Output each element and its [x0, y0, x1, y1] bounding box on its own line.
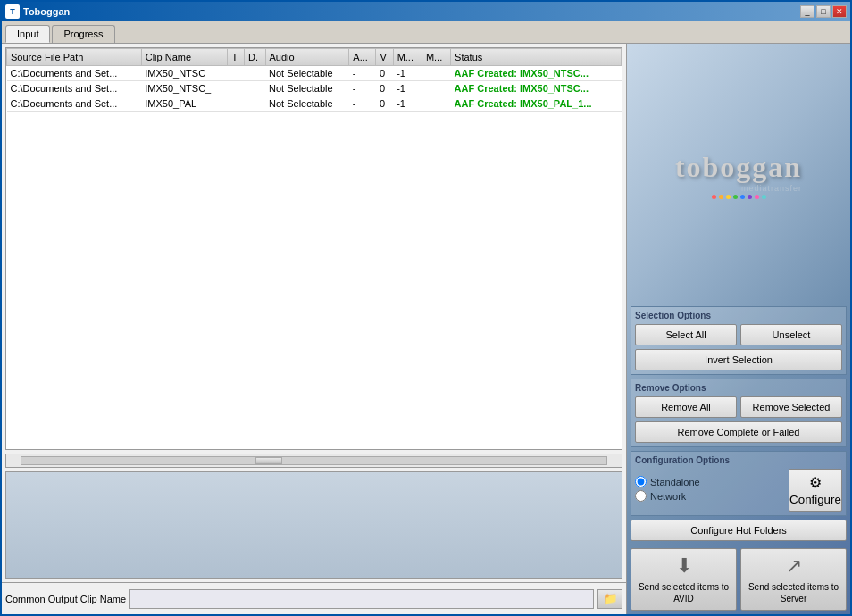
main-content: Source File Path Clip Name T D. Audio A.…: [2, 44, 850, 614]
cell-v: 0: [376, 96, 393, 112]
remove-selected-button[interactable]: Remove Selected: [740, 396, 842, 418]
cell-a: -: [349, 66, 376, 81]
cell-m2: [422, 81, 450, 96]
configuration-options-group: Configuration Options Standalone Network: [631, 451, 847, 516]
send-avid-button[interactable]: ⬇ Send selected items to AVID: [631, 548, 737, 611]
window-controls: _ □ ✕: [800, 5, 847, 18]
scroll-thumb[interactable]: [255, 457, 282, 464]
invert-selection-button[interactable]: Invert Selection: [635, 349, 842, 370]
hot-folders-row: Configure Hot Folders: [631, 520, 847, 541]
dot-2: [719, 195, 723, 199]
tab-bar: Input Progress: [2, 21, 850, 44]
file-table-container[interactable]: Source File Path Clip Name T D. Audio A.…: [5, 47, 622, 450]
cell-m2: [422, 66, 450, 81]
folder-icon: 📁: [603, 592, 618, 605]
minimize-button[interactable]: _: [800, 5, 814, 18]
selection-options-group: Selection Options Select All Unselect In…: [631, 306, 847, 375]
table-row[interactable]: C:\Documents and Set... IMX50_NTSC_ Not …: [7, 81, 622, 96]
dot-4: [733, 195, 738, 199]
selection-options-title: Selection Options: [635, 311, 842, 320]
cell-clip: IMX50_NTSC_: [141, 81, 228, 96]
remove-btn-row-2: Remove Complete or Failed: [635, 421, 842, 443]
app-icon: T: [5, 4, 20, 19]
cell-audio: Not Selectable: [265, 66, 349, 81]
col-source[interactable]: Source File Path: [7, 49, 142, 66]
table-row[interactable]: C:\Documents and Set... IMX50_NTSC Not S…: [7, 66, 622, 81]
cell-source: C:\Documents and Set...: [7, 96, 142, 112]
file-table: Source File Path Clip Name T D. Audio A.…: [6, 48, 622, 112]
scroll-track: [21, 456, 607, 465]
standalone-label: Standalone: [650, 477, 700, 487]
configure-icon: ⚙: [809, 474, 822, 491]
cell-m2: [422, 96, 450, 112]
col-t[interactable]: T: [228, 49, 245, 66]
dot-6: [748, 195, 752, 199]
col-status[interactable]: Status: [451, 49, 622, 66]
configure-btn-label: Configure: [789, 493, 841, 506]
right-panel: toboggan mediatransfer Se: [627, 44, 850, 614]
dot-5: [740, 195, 745, 199]
send-server-label: Send selected items to Server: [745, 581, 842, 604]
log-area: [5, 471, 622, 579]
clip-name-browse-button[interactable]: 📁: [597, 589, 622, 609]
send-row: ⬇ Send selected items to AVID ↗ Send sel…: [631, 548, 847, 611]
cell-a: -: [349, 96, 376, 112]
configure-row: Standalone Network ⚙ Configure: [635, 469, 842, 512]
dot-8: [762, 195, 766, 199]
cell-a: -: [349, 81, 376, 96]
cell-status: AAF Created: IMX50_PAL_1...: [451, 96, 622, 112]
col-m2[interactable]: M...: [422, 49, 450, 66]
dot-1: [712, 195, 716, 199]
cell-v: 0: [376, 66, 393, 81]
logo-dots: [675, 195, 802, 199]
cell-status: AAF Created: IMX50_NTSC...: [451, 66, 622, 81]
title-bar: T Toboggan _ □ ✕: [2, 2, 850, 21]
close-button[interactable]: ✕: [832, 5, 847, 18]
send-server-icon: ↗: [786, 554, 802, 578]
clip-name-input[interactable]: [129, 589, 594, 609]
cell-audio: Not Selectable: [265, 96, 349, 112]
network-radio[interactable]: [635, 490, 647, 502]
col-a[interactable]: A...: [349, 49, 376, 66]
configuration-options-title: Configuration Options: [635, 455, 842, 465]
remove-btn-row-1: Remove All Remove Selected: [635, 396, 842, 418]
col-v[interactable]: V: [376, 49, 393, 66]
send-avid-icon: ⬇: [676, 554, 692, 578]
configure-hot-folders-button[interactable]: Configure Hot Folders: [631, 520, 847, 541]
maximize-button[interactable]: □: [816, 5, 831, 18]
window-title: Toboggan: [23, 6, 70, 17]
cell-t: [228, 96, 245, 112]
standalone-radio[interactable]: [635, 476, 647, 487]
cell-m1: -1: [393, 66, 422, 81]
col-audio[interactable]: Audio: [265, 49, 349, 66]
cell-status: AAF Created: IMX50_NTSC...: [451, 81, 622, 96]
send-server-button[interactable]: ↗ Send selected items to Server: [740, 548, 847, 611]
cell-t: [228, 66, 245, 81]
title-bar-left: T Toboggan: [5, 4, 70, 19]
cell-audio: Not Selectable: [265, 81, 349, 96]
cell-v: 0: [376, 81, 393, 96]
remove-all-button[interactable]: Remove All: [635, 396, 737, 418]
col-clip[interactable]: Clip Name: [141, 49, 228, 66]
logo-subtitle: mediatransfer: [675, 184, 802, 193]
cell-clip: IMX50_NTSC: [141, 66, 228, 81]
horizontal-scrollbar[interactable]: [5, 454, 622, 468]
cell-source: C:\Documents and Set...: [7, 66, 142, 81]
col-m1[interactable]: M...: [393, 49, 422, 66]
unselect-button[interactable]: Unselect: [740, 324, 842, 345]
select-all-button[interactable]: Select All: [635, 324, 737, 345]
tab-progress[interactable]: Progress: [52, 25, 114, 43]
cell-source: C:\Documents and Set...: [7, 81, 142, 96]
logo: toboggan mediatransfer: [675, 151, 802, 199]
cell-t: [228, 81, 245, 96]
dot-7: [755, 195, 759, 199]
configure-button[interactable]: ⚙ Configure: [789, 469, 842, 512]
left-panel: Source File Path Clip Name T D. Audio A.…: [2, 44, 627, 614]
tab-input[interactable]: Input: [5, 25, 50, 43]
logo-area: toboggan mediatransfer: [631, 47, 847, 303]
network-label: Network: [650, 491, 686, 502]
clip-name-label: Common Output Clip Name: [5, 594, 126, 604]
col-d[interactable]: D.: [244, 49, 265, 66]
table-row[interactable]: C:\Documents and Set... IMX50_PAL Not Se…: [7, 96, 622, 112]
remove-complete-button[interactable]: Remove Complete or Failed: [635, 421, 842, 443]
